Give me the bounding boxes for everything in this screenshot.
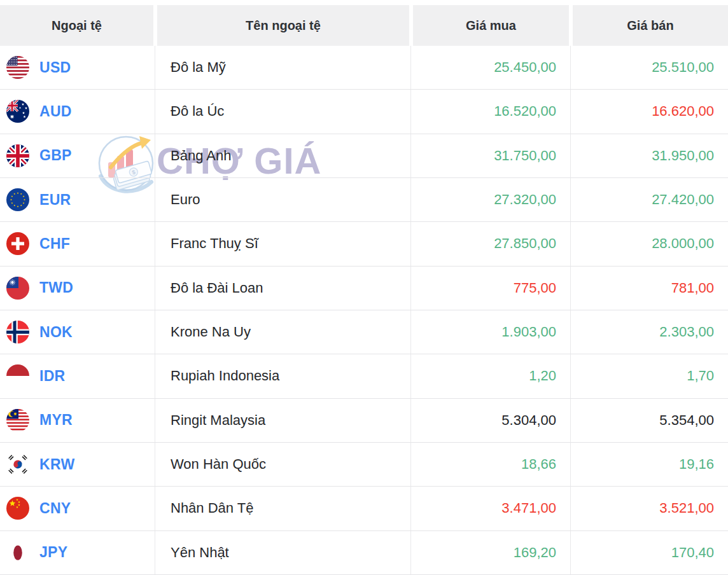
table-header: Ngoại tệ Tên ngoại tệ Giá mua Giá bán [0, 5, 728, 46]
currency-cell: MYR [0, 399, 155, 442]
currency-code-link[interactable]: GBP [39, 147, 72, 164]
table-body: USDĐô la Mỹ25.450,0025.510,00AUDĐô la Úc… [0, 46, 728, 575]
sell-price: 16.620,00 [571, 90, 728, 133]
table-row: CNYNhân Dân Tệ3.471,003.521,00 [0, 487, 728, 530]
currency-cell: EUR [0, 178, 155, 221]
sell-price: 1,70 [571, 354, 728, 398]
flag-usa-icon [6, 56, 29, 79]
flag-south-korea-icon [6, 453, 29, 476]
flag-australia-icon [6, 100, 29, 123]
sell-price: 3.521,00 [571, 487, 728, 530]
column-header-currency-name: Tên ngoại tệ [157, 5, 409, 46]
flag-indonesia-icon [6, 364, 29, 387]
currency-cell: AUD [0, 90, 155, 133]
currency-cell: USD [0, 46, 155, 89]
currency-name: Rupiah Indonesia [155, 354, 411, 398]
flag-eu-icon [6, 188, 29, 211]
buy-price: 25.450,00 [411, 46, 571, 89]
buy-price: 1,20 [411, 354, 571, 398]
currency-name: Đô la Úc [155, 90, 411, 133]
table-row: USDĐô la Mỹ25.450,0025.510,00 [0, 46, 728, 90]
table-row: GBPBảng Anh31.750,0031.950,00 [0, 134, 728, 178]
buy-price: 18,66 [411, 443, 571, 486]
flag-china-icon [6, 497, 29, 520]
sell-price: 5.354,00 [571, 399, 728, 442]
buy-price: 3.471,00 [411, 487, 571, 530]
buy-price: 31.750,00 [411, 134, 571, 177]
sell-price: 170,40 [571, 531, 728, 574]
buy-price: 1.903,00 [411, 310, 571, 354]
buy-price: 27.850,00 [411, 222, 571, 265]
table-row: TWDĐô la Đài Loan775,00781,00 [0, 267, 728, 310]
currency-code-link[interactable]: CHF [39, 235, 70, 253]
table-row: NOKKrone Na Uy1.903,002.303,00 [0, 310, 728, 354]
buy-price: 5.304,00 [411, 399, 571, 442]
currency-cell: KRW [0, 443, 155, 486]
sell-price: 781,00 [571, 267, 728, 310]
currency-name: Bảng Anh [155, 134, 411, 177]
currency-cell: CHF [0, 222, 155, 265]
currency-code-link[interactable]: IDR [39, 368, 66, 385]
currency-code-link[interactable]: USD [39, 59, 71, 76]
currency-code-link[interactable]: KRW [39, 456, 74, 473]
column-header-currency: Ngoại tệ [0, 5, 153, 46]
table-row: AUDĐô la Úc16.520,0016.620,00 [0, 90, 728, 134]
flag-malaysia-icon [6, 409, 29, 432]
currency-name: Ringit Malaysia [155, 399, 411, 442]
currency-code-link[interactable]: EUR [39, 191, 71, 209]
sell-price: 2.303,00 [571, 310, 728, 354]
currency-name: Yên Nhật [155, 531, 411, 574]
sell-price: 31.950,00 [571, 134, 728, 177]
currency-cell: IDR [0, 354, 155, 398]
sell-price: 25.510,00 [571, 46, 728, 89]
sell-price: 27.420,00 [571, 178, 728, 221]
currency-code-link[interactable]: CNY [39, 500, 71, 517]
currency-code-link[interactable]: NOK [39, 324, 73, 341]
currency-name: Nhân Dân Tệ [155, 487, 411, 530]
sell-price: 28.000,00 [571, 222, 728, 265]
table-row: JPYYên Nhật169,20170,40 [0, 531, 728, 575]
column-header-buy-price: Giá mua [413, 5, 569, 46]
currency-name: Krone Na Uy [155, 310, 411, 354]
currency-code-link[interactable]: AUD [39, 103, 72, 120]
buy-price: 16.520,00 [411, 90, 571, 133]
currency-cell: JPY [0, 531, 155, 574]
flag-norway-icon [6, 321, 29, 343]
currency-name: Won Hàn Quốc [155, 443, 411, 486]
flag-taiwan-icon [6, 277, 29, 300]
flag-japan-icon [6, 541, 29, 564]
currency-cell: NOK [0, 310, 155, 354]
buy-price: 27.320,00 [411, 178, 571, 221]
sell-price: 19,16 [571, 443, 728, 486]
flag-switzerland-icon [6, 232, 29, 255]
table-row: IDRRupiah Indonesia1,201,70 [0, 354, 728, 398]
table-row: MYRRingit Malaysia5.304,005.354,00 [0, 399, 728, 443]
buy-price: 169,20 [411, 531, 571, 574]
table-row: KRWWon Hàn Quốc18,6619,16 [0, 443, 728, 487]
currency-cell: CNY [0, 487, 155, 530]
currency-cell: GBP [0, 134, 155, 177]
buy-price: 775,00 [411, 267, 571, 310]
table-row: EUREuro27.320,0027.420,00 [0, 178, 728, 222]
currency-name: Đô la Đài Loan [155, 267, 411, 310]
currency-code-link[interactable]: TWD [39, 279, 73, 296]
currency-name: Franc Thuỵ Sĩ [155, 222, 411, 265]
currency-code-link[interactable]: JPY [39, 544, 67, 561]
currency-cell: TWD [0, 267, 155, 310]
table-row: CHFFranc Thuỵ Sĩ27.850,0028.000,00 [0, 222, 728, 266]
currency-code-link[interactable]: MYR [39, 412, 73, 429]
currency-name: Euro [155, 178, 411, 221]
currency-name: Đô la Mỹ [155, 46, 411, 89]
currency-rate-table-page: $ CHỢ GIÁ Ngoại tệ Tên ngoại tệ Giá mua … [0, 0, 728, 575]
flag-uk-icon [6, 144, 29, 167]
column-header-sell-price: Giá bán [573, 5, 728, 46]
